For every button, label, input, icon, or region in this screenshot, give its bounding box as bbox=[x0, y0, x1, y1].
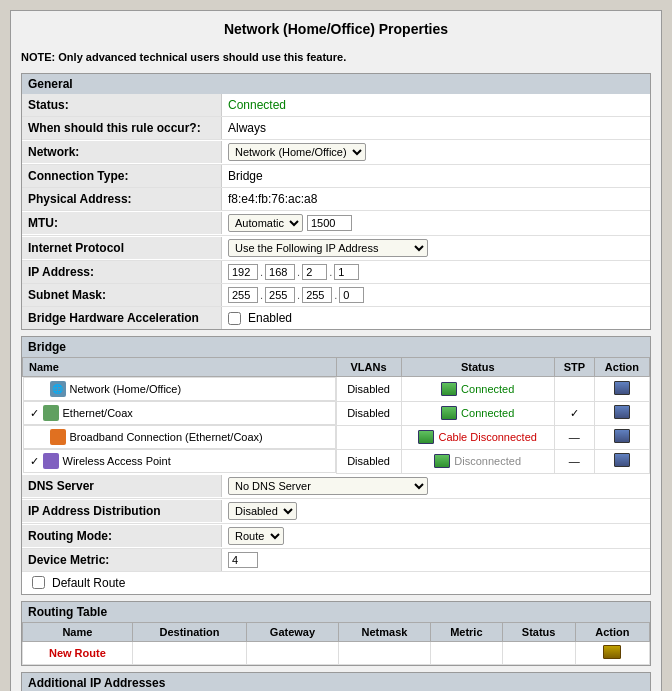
rt-col-dest: Destination bbox=[132, 622, 247, 641]
ip-oct4[interactable] bbox=[334, 264, 359, 280]
ip-dist-row: IP Address Distribution Disabled bbox=[22, 499, 650, 524]
eth-icon bbox=[43, 405, 59, 421]
note-text: NOTE: Only advanced technical users shou… bbox=[11, 47, 661, 67]
routing-mode-label: Routing Mode: bbox=[22, 525, 222, 547]
bridge-row1-status-text: Connected bbox=[461, 383, 514, 395]
sub-oct2[interactable] bbox=[265, 287, 295, 303]
props-icon-4[interactable] bbox=[614, 453, 630, 467]
sub-oct4[interactable] bbox=[339, 287, 364, 303]
status-text: Connected bbox=[228, 98, 286, 112]
bridge-col-action: Action bbox=[594, 358, 649, 377]
note-body: Only advanced technical users should use… bbox=[58, 51, 346, 63]
bridge-row4-status-text: Disconnected bbox=[454, 455, 521, 467]
dns-value: No DNS Server bbox=[222, 474, 650, 498]
bridge-row-1: 🌐 Network (Home/Office) Disabled Connect… bbox=[23, 377, 650, 402]
routing-mode-row: Routing Mode: Route bbox=[22, 524, 650, 549]
bridge-row4-vlans: Disabled bbox=[336, 449, 401, 473]
bridge-row4-stp: — bbox=[554, 449, 594, 473]
bridge-hw-value: Enabled bbox=[222, 308, 650, 328]
ip-dist-select[interactable]: Disabled bbox=[228, 502, 297, 520]
dns-select[interactable]: No DNS Server bbox=[228, 477, 428, 495]
default-route-label: Default Route bbox=[52, 576, 125, 590]
bb-icon bbox=[50, 429, 66, 445]
sub-oct1[interactable] bbox=[228, 287, 258, 303]
general-section: General Status: Connected When should th… bbox=[21, 73, 651, 330]
bridge-row2-action bbox=[594, 401, 649, 425]
physical-address-value: f8:e4:fb:76:ac:a8 bbox=[222, 189, 650, 209]
rt-col-netmask: Netmask bbox=[338, 622, 430, 641]
bridge-col-stp: STP bbox=[554, 358, 594, 377]
internet-protocol-value: Use the Following IP Address bbox=[222, 236, 650, 260]
bridge-row1-check bbox=[30, 383, 46, 395]
bridge-row1-status: Connected bbox=[401, 377, 554, 402]
routing-table-section: Routing Table Name Destination Gateway N… bbox=[21, 601, 651, 666]
bridge-row3-status-text: Cable Disconnected bbox=[438, 431, 536, 443]
default-route-checkbox[interactable] bbox=[32, 576, 45, 589]
rule-occur-value: Always bbox=[222, 118, 650, 138]
new-route-row: New Route bbox=[23, 641, 650, 664]
internet-protocol-select[interactable]: Use the Following IP Address bbox=[228, 239, 428, 257]
bridge-row2-vlans: Disabled bbox=[336, 401, 401, 425]
bridge-header: Bridge bbox=[22, 337, 650, 357]
status-value: Connected bbox=[222, 95, 650, 115]
subnet-mask-fields: . . . bbox=[228, 287, 364, 303]
new-route-cell: New Route bbox=[23, 641, 133, 664]
ip-oct2[interactable] bbox=[265, 264, 295, 280]
physical-address-row: Physical Address: f8:e4:fb:76:ac:a8 bbox=[22, 188, 650, 211]
additional-ip-section: Additional IP Addresses IP Address Subne… bbox=[21, 672, 651, 692]
bridge-row2-status: Connected bbox=[401, 401, 554, 425]
ip-address-value: . . . bbox=[222, 261, 650, 283]
bridge-col-vlans: VLANs bbox=[336, 358, 401, 377]
bridge-row3-stp: — bbox=[554, 425, 594, 449]
rt-col-status: Status bbox=[502, 622, 575, 641]
rt-col-metric: Metric bbox=[431, 622, 502, 641]
rt-col-gateway: Gateway bbox=[247, 622, 339, 641]
bridge-row-3: Broadband Connection (Ethernet/Coax) Cab… bbox=[23, 425, 650, 449]
props-icon-3[interactable] bbox=[614, 429, 630, 443]
internet-protocol-label: Internet Protocol bbox=[22, 237, 222, 259]
network-icon: 🌐 bbox=[50, 381, 66, 397]
network-value: Network (Home/Office) bbox=[222, 140, 650, 164]
device-metric-input[interactable] bbox=[228, 552, 258, 568]
network-select[interactable]: Network (Home/Office) bbox=[228, 143, 366, 161]
ip-address-fields: . . . bbox=[228, 264, 359, 280]
vlan-icon-4[interactable] bbox=[434, 454, 450, 468]
sub-oct3[interactable] bbox=[302, 287, 332, 303]
props-icon-1[interactable] bbox=[614, 381, 630, 395]
mtu-mode-select[interactable]: Automatic bbox=[228, 214, 303, 232]
ip-address-label: IP Address: bbox=[22, 261, 222, 283]
bridge-col-name: Name bbox=[23, 358, 337, 377]
bridge-col-status: Status bbox=[401, 358, 554, 377]
props-icon-2[interactable] bbox=[614, 405, 630, 419]
additional-ip-header: Additional IP Addresses bbox=[22, 673, 650, 692]
status-row: Status: Connected bbox=[22, 94, 650, 117]
bridge-row1-stp bbox=[554, 377, 594, 402]
new-route-action-icon[interactable] bbox=[603, 645, 621, 659]
connection-type-row: Connection Type: Bridge bbox=[22, 165, 650, 188]
bridge-row3-check bbox=[30, 431, 46, 443]
rt-col-name: Name bbox=[23, 622, 133, 641]
rt-col-action: Action bbox=[575, 622, 649, 641]
mtu-value-col: Automatic bbox=[222, 211, 650, 235]
new-route-link[interactable]: New Route bbox=[49, 647, 106, 659]
subnet-mask-label: Subnet Mask: bbox=[22, 284, 222, 306]
mtu-value-input[interactable] bbox=[307, 215, 352, 231]
bridge-row2-status-text: Connected bbox=[461, 407, 514, 419]
ip-oct3[interactable] bbox=[302, 264, 327, 280]
rule-occur-text: Always bbox=[228, 121, 266, 135]
device-metric-row: Device Metric: bbox=[22, 549, 650, 572]
vlan-icon-3[interactable] bbox=[418, 430, 434, 444]
bridge-hw-checkbox[interactable] bbox=[228, 312, 241, 325]
vlan-icon-1[interactable] bbox=[441, 382, 457, 396]
bridge-row3-status: Cable Disconnected bbox=[401, 425, 554, 449]
bridge-hw-label: Bridge Hardware Acceleration bbox=[22, 307, 222, 329]
bridge-row2-name: Ethernet/Coax bbox=[63, 407, 133, 419]
dns-label: DNS Server bbox=[22, 475, 222, 497]
routing-mode-select[interactable]: Route bbox=[228, 527, 284, 545]
bridge-row3-vlans bbox=[336, 425, 401, 449]
bridge-row-4: ✓ Wireless Access Point Disabled Disconn… bbox=[23, 449, 650, 473]
vlan-icon-2[interactable] bbox=[441, 406, 457, 420]
subnet-mask-value: . . . bbox=[222, 284, 650, 306]
ip-oct1[interactable] bbox=[228, 264, 258, 280]
note-prefix: NOTE: bbox=[21, 51, 55, 63]
